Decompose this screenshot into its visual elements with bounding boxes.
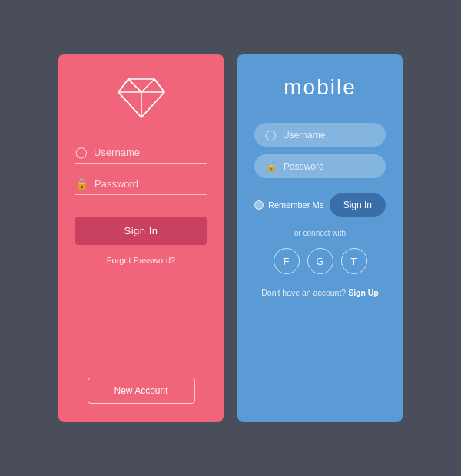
remember-signin-row: Remember Me Sign In	[254, 193, 386, 217]
blue-password-input[interactable]	[284, 161, 375, 172]
remember-me-dot	[254, 200, 264, 210]
user-icon-blue: ◯	[265, 129, 277, 140]
svg-line-8	[154, 79, 164, 92]
pink-password-field[interactable]: 🔒	[75, 177, 207, 195]
svg-line-6	[118, 79, 128, 92]
app-title: mobile	[284, 75, 356, 100]
user-icon: ◯	[75, 146, 88, 158]
diamond-icon	[114, 75, 168, 121]
remember-me-toggle[interactable]: Remember Me	[254, 200, 324, 210]
twitter-button[interactable]: T	[341, 248, 367, 274]
remember-me-label: Remember Me	[268, 200, 324, 210]
google-button[interactable]: G	[307, 248, 333, 274]
social-icons-row: F G T	[274, 248, 367, 274]
sign-up-link[interactable]: Sign Up	[348, 288, 379, 297]
pink-username-input[interactable]	[94, 147, 207, 158]
dont-have-label: Don't have an account?	[261, 288, 346, 297]
forgot-password-link[interactable]: Forgot Password?	[107, 256, 175, 265]
or-connect-text: or connect with	[294, 229, 346, 237]
new-account-button[interactable]: New Account	[88, 378, 195, 404]
svg-line-7	[128, 79, 141, 92]
blue-password-field[interactable]: 🔒	[254, 154, 386, 178]
or-line-right	[350, 233, 386, 233]
app-container: ◯ 🔒 Sign In Forgot Password? New Account…	[58, 54, 403, 422]
lock-icon: 🔒	[75, 177, 88, 190]
svg-line-10	[141, 92, 164, 117]
or-connect-row: or connect with	[254, 229, 386, 237]
pink-username-field[interactable]: ◯	[75, 146, 207, 164]
pink-password-input[interactable]	[95, 178, 207, 190]
blue-sign-in-button[interactable]: Sign In	[330, 193, 386, 217]
svg-line-9	[118, 92, 141, 117]
or-line-left	[254, 233, 290, 233]
blue-card: mobile ◯ 🔒 Remember Me Sign In or connec…	[237, 54, 403, 422]
pink-sign-in-button[interactable]: Sign In	[75, 217, 207, 245]
svg-line-2	[141, 79, 154, 92]
pink-card: ◯ 🔒 Sign In Forgot Password? New Account	[58, 54, 224, 422]
facebook-button[interactable]: F	[274, 248, 300, 274]
lock-icon-blue: 🔒	[265, 160, 277, 172]
blue-username-field[interactable]: ◯	[254, 123, 386, 147]
blue-username-input[interactable]	[283, 130, 375, 140]
dont-have-account-row: Don't have an account? Sign Up	[261, 288, 379, 297]
